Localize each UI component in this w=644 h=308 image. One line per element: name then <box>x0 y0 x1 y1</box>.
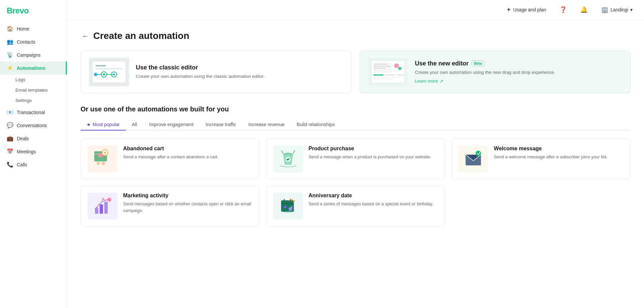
sidebar-item-deals[interactable]: 💼 Deals <box>0 132 67 145</box>
help-icon: ❓ <box>559 6 567 13</box>
svg-point-26 <box>97 162 100 165</box>
new-editor-desc: Create your own automation using the new… <box>415 69 555 76</box>
abandoned-cart-desc: Send a message after a contact abandons … <box>123 154 218 160</box>
svg-rect-3 <box>96 68 122 69</box>
sidebar-item-transactional[interactable]: 📧 Transactional <box>0 106 67 119</box>
svg-rect-22 <box>373 77 403 78</box>
tab-most-popular[interactable]: ★ Most popular <box>80 119 126 131</box>
anniversary-date-title: Anniversary date <box>309 193 433 199</box>
page-title: Create an automation <box>93 31 189 41</box>
sidebar-item-contacts[interactable]: 👥 Contacts <box>0 35 67 48</box>
svg-point-40 <box>107 198 111 202</box>
sidebar-item-automations[interactable]: ⚡ Automations <box>0 61 67 74</box>
product-purchase-desc: Send a message when a product is purchas… <box>309 154 431 160</box>
topbar: ✦ Usage and plan ❓ 🔔 🏢 Landingi ▾ <box>67 0 644 20</box>
tab-label: Build relationships <box>297 122 335 127</box>
sidebar-sub-logs[interactable]: Logs <box>0 74 67 85</box>
sidebar-item-conversations[interactable]: 💬 Conversations <box>0 119 67 132</box>
svg-point-7 <box>103 73 105 75</box>
new-editor-body: Use the new editor Beta Create your own … <box>415 60 555 84</box>
help-button[interactable]: ❓ <box>556 4 570 15</box>
chevron-down-icon: ▾ <box>630 7 633 12</box>
sidebar-item-campaigns[interactable]: 📡 Campaigns <box>0 48 67 61</box>
back-button[interactable]: ← <box>80 31 90 41</box>
abandoned-cart-icon <box>88 146 118 172</box>
sidebar-item-calls[interactable]: 📞 Calls <box>0 158 67 171</box>
automation-card-marketing-activity[interactable]: Marketing activity Send messages based o… <box>80 186 260 226</box>
usage-plan-label: Usage and plan <box>513 7 546 12</box>
tabs: ★ Most popular All Improve engagement In… <box>80 119 631 131</box>
svg-rect-39 <box>104 202 108 214</box>
tab-increase-revenue[interactable]: Increase revenue <box>242 119 290 131</box>
automation-card-abandoned-cart[interactable]: Abandoned cart Send a message after a co… <box>80 139 260 179</box>
tab-all[interactable]: All <box>126 119 143 131</box>
sidebar-item-label: Campaigns <box>17 52 41 58</box>
welcome-message-title: Welcome message <box>494 146 607 152</box>
welcome-message-icon <box>458 146 488 172</box>
conversations-icon: 💬 <box>7 122 13 129</box>
marketing-activity-icon <box>88 193 118 219</box>
sidebar-item-label: Deals <box>17 136 29 141</box>
svg-point-27 <box>102 162 105 165</box>
welcome-message-desc: Send a welcome message after a subscribe… <box>494 154 607 160</box>
automation-card-anniversary-date[interactable]: Anniversary date Send a series of messag… <box>266 186 445 226</box>
sidebar-item-home[interactable]: 🏠 Home <box>0 22 67 35</box>
new-editor-image <box>368 58 408 86</box>
tab-increase-traffic[interactable]: Increase traffic <box>200 119 243 131</box>
usage-plan-button[interactable]: ✦ Usage and plan <box>503 4 549 15</box>
new-editor-title: Use the new editor Beta <box>415 60 555 67</box>
classic-editor-image <box>89 58 129 86</box>
svg-point-17 <box>394 63 399 68</box>
built-section-title: Or use one of the automations we built f… <box>80 105 631 113</box>
home-icon: 🏠 <box>7 25 13 32</box>
automation-card-product-purchase[interactable]: Product purchase Send a message when a p… <box>266 139 445 179</box>
sidebar: Brevo 🏠 Home 👥 Contacts 📡 Campaigns ⚡ Au… <box>0 0 67 308</box>
sidebar-item-label: Conversations <box>17 123 47 128</box>
automations-icon: ⚡ <box>7 65 13 71</box>
anniversary-date-desc: Send a series of messages based on a spe… <box>309 201 433 207</box>
classic-editor-title: Use the classic editor <box>136 64 264 71</box>
sidebar-item-label: Calls <box>17 162 27 167</box>
user-menu-button[interactable]: 🏢 Landingi ▾ <box>598 4 636 15</box>
calls-icon: 📞 <box>7 161 13 168</box>
notifications-button[interactable]: 🔔 <box>577 4 591 15</box>
svg-rect-38 <box>100 204 103 214</box>
svg-rect-2 <box>96 65 106 66</box>
sidebar-sub-settings[interactable]: Settings <box>0 95 67 106</box>
abandoned-cart-body: Abandoned cart Send a message after a co… <box>123 146 218 160</box>
automation-card-welcome-message[interactable]: Welcome message Send a welcome message a… <box>451 139 631 179</box>
svg-rect-43 <box>281 203 294 204</box>
product-purchase-icon <box>273 146 303 172</box>
sidebar-item-meetings[interactable]: 📅 Meetings <box>0 145 67 158</box>
svg-rect-19 <box>373 74 383 75</box>
classic-editor-card[interactable]: Use the classic editor Create your own a… <box>80 51 352 93</box>
tab-improve-engagement[interactable]: Improve engagement <box>143 119 200 131</box>
sidebar-item-label: Transactional <box>17 110 45 115</box>
page-content: ← Create an automation <box>67 20 644 237</box>
welcome-message-body: Welcome message Send a welcome message a… <box>494 146 607 160</box>
svg-point-46 <box>284 206 286 208</box>
svg-rect-20 <box>385 74 395 75</box>
classic-editor-desc: Create your own automation using the cla… <box>136 73 264 80</box>
svg-rect-1 <box>92 61 126 83</box>
learn-more-link[interactable]: Learn more ↗ <box>415 79 443 84</box>
main-content: ✦ Usage and plan ❓ 🔔 🏢 Landingi ▾ ← Crea… <box>67 0 644 308</box>
new-editor-card[interactable]: Use the new editor Beta Create your own … <box>360 51 631 93</box>
tab-label: Increase revenue <box>248 122 284 127</box>
sidebar-item-label: Meetings <box>17 149 36 154</box>
tab-label: All <box>132 122 137 127</box>
svg-rect-16 <box>374 68 386 69</box>
user-icon: 🏢 <box>601 6 608 13</box>
svg-rect-10 <box>97 74 101 75</box>
svg-point-8 <box>113 73 115 75</box>
logs-label: Logs <box>15 77 25 82</box>
tab-label: Most popular <box>93 122 120 127</box>
tab-build-relationships[interactable]: Build relationships <box>291 119 341 131</box>
settings-label: Settings <box>15 98 32 103</box>
svg-point-48 <box>293 200 295 202</box>
meetings-icon: 📅 <box>7 148 13 155</box>
user-label: Landingi <box>610 7 628 12</box>
sidebar-sub-email-templates[interactable]: Email templates <box>0 85 67 95</box>
contacts-icon: 👥 <box>7 39 13 45</box>
sidebar-item-label: Contacts <box>17 39 35 45</box>
